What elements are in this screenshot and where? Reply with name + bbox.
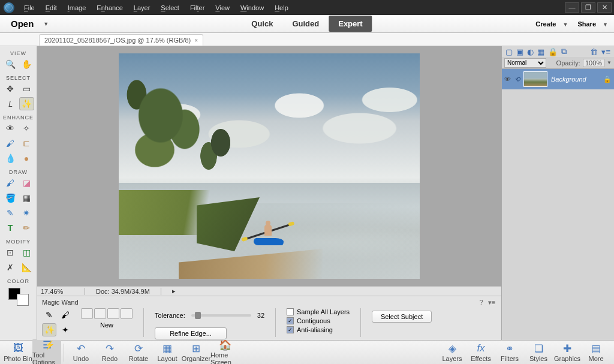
subtract-selection-icon[interactable] [107, 308, 119, 319]
link-icon[interactable]: ⟲ [514, 76, 520, 83]
mode-guided[interactable]: Guided [282, 16, 329, 32]
opacity-value[interactable]: 100% [583, 59, 604, 67]
visibility-icon[interactable]: 👁 [504, 76, 511, 83]
document-tab[interactable]: 20201102_052818567_iOS.jpg @ 17.5% (RGB/… [39, 34, 203, 46]
link-layers-icon[interactable]: ⧉ [561, 47, 567, 56]
delete-layer-icon[interactable]: 🗑 [590, 47, 598, 56]
paint-bucket-tool[interactable]: 🪣 [3, 191, 18, 204]
shape-tool[interactable]: ✷ [19, 206, 34, 219]
magic-wand-variant[interactable]: ✨ [42, 323, 56, 336]
tool-group-enhance: ENHANCE [3, 115, 34, 121]
antialias-checkbox[interactable]: ✓ [287, 326, 294, 333]
status-arrow-icon[interactable]: ▸ [172, 287, 176, 295]
tolerance-value[interactable]: 32 [257, 312, 264, 319]
open-button[interactable]: Open [6, 16, 38, 31]
canvas[interactable] [37, 46, 501, 286]
adjustment-layer-icon[interactable]: ◐ [527, 47, 534, 56]
clone-stamp-tool[interactable]: ⊏ [19, 137, 34, 150]
menu-file[interactable]: File [19, 2, 40, 13]
brush-tool[interactable]: 🖌 [3, 176, 18, 189]
straighten-tool[interactable]: 📐 [19, 261, 34, 274]
mode-expert[interactable]: Expert [329, 16, 372, 32]
zoom-tool[interactable]: 🔍 [3, 58, 18, 71]
refine-selection-tool[interactable]: ✦ [58, 323, 73, 336]
background-color[interactable] [17, 294, 29, 306]
blend-mode-select[interactable]: Normal [504, 58, 546, 68]
contiguous-checkbox[interactable]: ✓ [287, 317, 294, 324]
more-button[interactable]: ▤More [582, 342, 610, 362]
eraser-tool[interactable]: ◪ [19, 176, 34, 189]
tool-group-modify: MODIFY [6, 239, 31, 245]
tolerance-slider[interactable] [191, 314, 251, 317]
layer-row-background[interactable]: 👁 ⟲ Background 🔒 [502, 69, 614, 89]
recompose-tool[interactable]: ◫ [19, 246, 34, 259]
tool-group-select: SELECT [6, 75, 31, 81]
gradient-tool[interactable]: ▦ [19, 191, 34, 204]
menu-filter[interactable]: Filter [185, 2, 209, 13]
layer-mask-icon[interactable]: ▦ [537, 47, 544, 56]
mode-tabs: Quick Guided Expert [242, 16, 372, 32]
smart-brush-tool[interactable]: 🖌 [3, 137, 18, 150]
content-move-tool[interactable]: ✗ [3, 261, 18, 274]
help-icon[interactable]: ? [479, 299, 483, 306]
menu-window[interactable]: Window [236, 2, 269, 13]
tool-options-panel: Magic Wand ? ▾≡ ✎ 🖌 ✨ ✦ ⚡ [37, 296, 501, 340]
pencil-tool[interactable]: ✏ [19, 221, 34, 234]
selection-mode-label: New [100, 321, 113, 329]
blur-tool[interactable]: 💧 [3, 152, 18, 165]
redeye-tool[interactable]: 👁 [3, 122, 18, 135]
open-dropdown-icon[interactable]: ▼ [43, 21, 49, 27]
panel-menu-icon[interactable]: ▾≡ [601, 47, 610, 56]
styles-button[interactable]: ❏Styles [524, 342, 553, 362]
create-button[interactable]: Create ▼ [535, 20, 568, 28]
new-layer-icon[interactable]: ▢ [505, 47, 513, 56]
lock-layer-icon[interactable]: 🔒 [548, 47, 558, 56]
crop-tool[interactable]: ⊡ [3, 246, 18, 259]
layer-thumbnail[interactable] [523, 71, 547, 87]
quick-selection-tool[interactable]: ✎ [42, 308, 56, 321]
lasso-tool[interactable]: 𝘓 [3, 97, 18, 110]
menu-edit[interactable]: Edit [41, 2, 62, 13]
opacity-dropdown-icon[interactable]: ▼ [607, 60, 612, 65]
auto-selection-tool[interactable]: ⚡ [42, 338, 56, 351]
lock-icon[interactable]: 🔒 [603, 76, 612, 83]
select-subject-button[interactable]: Select Subject [372, 311, 432, 323]
intersect-selection-icon[interactable] [121, 308, 133, 319]
close-button[interactable]: ✕ [597, 2, 612, 13]
add-selection-icon[interactable] [94, 308, 106, 319]
graphics-icon: ✚ [560, 342, 574, 354]
new-selection-icon[interactable] [81, 308, 93, 319]
sample-all-checkbox[interactable] [287, 308, 294, 315]
menu-view[interactable]: View [210, 2, 234, 13]
share-button[interactable]: Share ▼ [577, 20, 608, 28]
maximize-button[interactable]: ❐ [581, 2, 595, 13]
color-swatches[interactable] [8, 288, 29, 306]
layer-group-icon[interactable]: ▣ [516, 47, 523, 56]
options-menu-icon[interactable]: ▾≡ [488, 299, 495, 306]
selection-brush-tool[interactable]: 🖌 [58, 308, 73, 321]
filters-button[interactable]: ⚭Filters [495, 342, 524, 362]
minimize-button[interactable]: — [565, 2, 579, 13]
spot-heal-tool[interactable]: ✧ [19, 122, 34, 135]
status-zoom[interactable]: 17.46% [41, 288, 74, 295]
close-tab-icon[interactable]: × [194, 37, 198, 44]
photo-bin-button[interactable]: 🖼Photo Bin [4, 342, 32, 362]
menu-select[interactable]: Select [156, 2, 184, 13]
marquee-tool[interactable]: ▭ [19, 82, 34, 95]
layer-name[interactable]: Background [551, 76, 586, 83]
move-tool[interactable]: ✥ [3, 82, 18, 95]
mode-quick[interactable]: Quick [242, 16, 282, 32]
text-tool[interactable]: T [3, 221, 18, 234]
tool-group-view: VIEW [10, 50, 26, 56]
eyedropper-tool[interactable]: ✎ [3, 206, 18, 219]
menu-enhance[interactable]: Enhance [92, 2, 127, 13]
refine-edge-button[interactable]: Refine Edge... [155, 327, 227, 339]
graphics-button[interactable]: ✚Graphics [553, 342, 582, 362]
sponge-tool[interactable]: ● [19, 152, 34, 165]
menu-layer[interactable]: Layer [129, 2, 155, 13]
magic-wand-tool[interactable]: ✨ [19, 97, 34, 110]
hand-tool[interactable]: ✋ [19, 58, 34, 71]
menu-image[interactable]: Image [63, 2, 91, 13]
styles-icon: ❏ [531, 342, 546, 354]
menu-help[interactable]: Help [270, 2, 293, 13]
